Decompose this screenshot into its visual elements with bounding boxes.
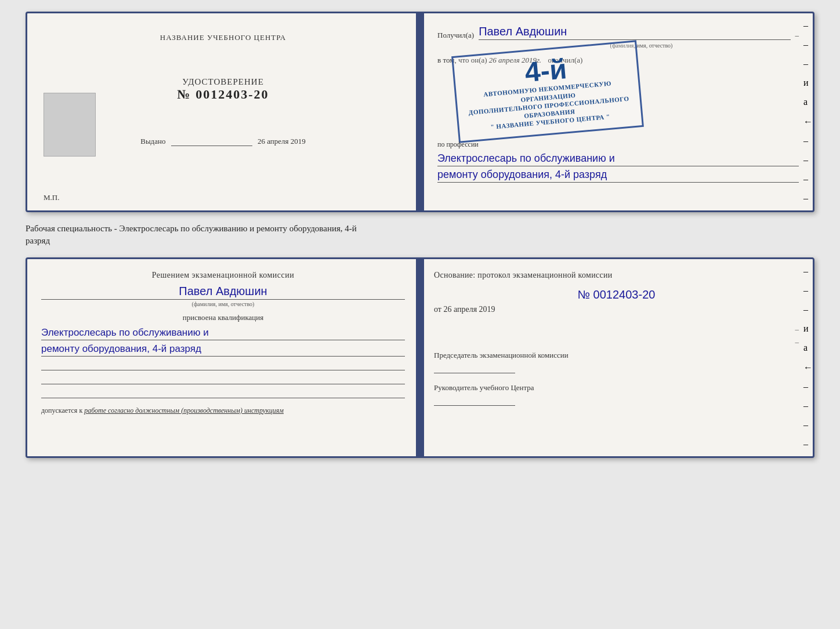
side-ticks-right-2: – – – и а ← – – – – xyxy=(802,259,813,456)
profession-line1: Электрослесарь по обслуживанию и xyxy=(437,151,799,166)
chairman-label: Председатель экзаменационной комиссии xyxy=(434,350,799,361)
chairman-sign-line xyxy=(434,363,515,373)
from-prefix: от xyxy=(434,305,441,314)
dash-right-2: – xyxy=(434,337,799,347)
qual-line2: ремонту оборудования, 4-й разряд xyxy=(41,342,405,357)
blank-line-3 xyxy=(41,388,405,398)
issued-date-line xyxy=(171,146,252,146)
issued-line: Выдано 26 апреля 2019 xyxy=(44,137,403,146)
between-line1: Рабочая специальность - Электрослесарь п… xyxy=(26,223,814,235)
dash-right-1: – xyxy=(434,325,799,334)
blank-line-1 xyxy=(41,360,405,370)
profession-prefix: по профессии xyxy=(437,140,799,149)
assigned-label: присвоена квалификация xyxy=(41,313,405,322)
stamp-number: 4-й xyxy=(524,55,568,86)
cert-left-page: НАЗВАНИЕ УЧЕБНОГО ЦЕНТРА УДОСТОВЕРЕНИЕ №… xyxy=(27,13,420,210)
photo-placeholder xyxy=(44,93,96,157)
received-prefix: Получил(a) xyxy=(437,31,474,40)
fio-sublabel: (фамилия, имя, отчество) xyxy=(484,42,799,49)
cert-label: УДОСТОВЕРЕНИЕ xyxy=(44,77,403,87)
cert-number: № 0012403-20 xyxy=(44,87,403,102)
cert-right-page: Получил(a) Павел Авдюшин – (фамилия, имя… xyxy=(420,13,813,210)
blank-line-2 xyxy=(41,374,405,384)
dopuskaetsya-prefix: допускается к xyxy=(41,406,82,415)
between-line2: разряд xyxy=(26,235,814,247)
mp-label: М.П. xyxy=(44,193,59,202)
issued-date: 26 апреля 2019 xyxy=(258,137,306,146)
osnov-heading: Основание: протокол экзаменационной коми… xyxy=(434,271,799,280)
training-center-name: НАЗВАНИЕ УЧЕБНОГО ЦЕНТРА xyxy=(44,33,403,42)
between-label: Рабочая специальность - Электрослесарь п… xyxy=(26,223,814,247)
fio-sub-2: (фамилия, имя, отчество) xyxy=(41,301,405,307)
certificate-card-2: Решением экзаменационной комиссии Павел … xyxy=(26,257,814,458)
inner-left-page: Решением экзаменационной комиссии Павел … xyxy=(27,259,420,456)
profession-line2: ремонту оборудования, 4-й разряд xyxy=(437,168,799,183)
issued-label: Выдано xyxy=(140,137,165,146)
recipient-name: Павел Авдюшин xyxy=(479,25,790,40)
inner-right-page: Основание: протокол экзаменационной коми… xyxy=(420,259,813,456)
decision-heading: Решением экзаменационной комиссии xyxy=(41,271,405,280)
rukov-sign-line xyxy=(434,395,515,406)
rukov-label: Руководитель учебного Центра xyxy=(434,383,799,393)
recipient-row: Получил(a) Павел Авдюшин – xyxy=(437,25,799,40)
dopuskaetsya-line: допускается к работе согласно должностны… xyxy=(41,406,405,415)
protocol-number: № 0012403-20 xyxy=(434,288,799,301)
dopuskaetsya-value: работе согласно должностным (производств… xyxy=(84,406,284,415)
dash-1: – xyxy=(795,31,799,40)
side-ticks-right: – – – и а ← – – – – xyxy=(802,13,813,210)
qual-line1: Электрослесарь по обслуживанию и xyxy=(41,326,405,340)
from-date-value: 26 апреля 2019 xyxy=(443,305,495,314)
certificate-card-1: НАЗВАНИЕ УЧЕБНОГО ЦЕНТРА УДОСТОВЕРЕНИЕ №… xyxy=(26,12,814,212)
person-name: Павел Авдюшин xyxy=(41,285,405,300)
from-date: от 26 апреля 2019 xyxy=(434,305,799,314)
stamp-overlay: 4-й АВТОНОМНУЮ НЕКОММЕРЧЕСКУЮ ОРГАНИЗАЦИ… xyxy=(451,40,644,143)
